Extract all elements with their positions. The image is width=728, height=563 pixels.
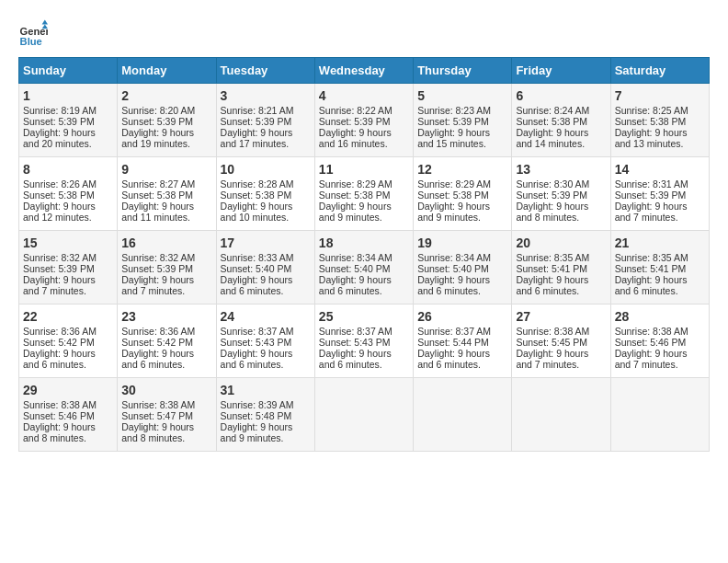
svg-text:Blue: Blue [20,36,42,47]
daylight: Daylight: 9 hours and 6 minutes. [221,348,293,370]
calendar-cell: 2 Sunrise: 8:20 AM Sunset: 5:39 PM Dayli… [118,84,216,157]
sunrise: Sunrise: 8:19 AM [23,105,97,116]
daylight: Daylight: 9 hours and 7 minutes. [121,274,194,296]
daylight: Daylight: 9 hours and 16 minutes. [319,127,392,149]
day-number: 14 [615,162,705,177]
sunset: Sunset: 5:40 PM [319,263,391,274]
sunrise: Sunrise: 8:35 AM [615,252,688,263]
sunset: Sunset: 5:43 PM [221,337,292,348]
daylight: Daylight: 9 hours and 8 minutes. [121,421,194,443]
day-number: 23 [121,309,211,324]
sunset: Sunset: 5:39 PM [516,190,587,201]
day-header: Tuesday [216,58,314,84]
day-header: Thursday [414,58,512,84]
sunrise: Sunrise: 8:38 AM [23,399,97,410]
sunrise: Sunrise: 8:21 AM [221,105,294,116]
daylight: Daylight: 9 hours and 6 minutes. [417,348,490,370]
calendar-header-row: SundayMondayTuesdayWednesdayThursdayFrid… [19,58,710,84]
day-number: 5 [417,88,507,103]
sunrise: Sunrise: 8:32 AM [23,252,97,263]
calendar-cell: 11 Sunrise: 8:29 AM Sunset: 5:38 PM Dayl… [314,157,413,231]
day-number: 4 [319,88,409,103]
calendar-cell: 7 Sunrise: 8:25 AM Sunset: 5:38 PM Dayli… [610,84,709,157]
day-header: Friday [512,58,610,84]
daylight: Daylight: 9 hours and 6 minutes. [417,274,490,296]
sunset: Sunset: 5:38 PM [417,190,489,201]
sunset: Sunset: 5:40 PM [417,263,489,274]
day-number: 12 [417,162,507,177]
daylight: Daylight: 9 hours and 7 minutes. [516,348,588,370]
daylight: Daylight: 9 hours and 6 minutes. [221,274,293,296]
calendar-week-row: 1 Sunrise: 8:19 AM Sunset: 5:39 PM Dayli… [19,84,710,157]
daylight: Daylight: 9 hours and 6 minutes. [516,274,588,296]
daylight: Daylight: 9 hours and 10 minutes. [221,201,293,223]
sunrise: Sunrise: 8:20 AM [121,105,195,116]
logo-icon: General Blue [18,18,48,48]
daylight: Daylight: 9 hours and 14 minutes. [516,127,588,149]
sunset: Sunset: 5:48 PM [221,410,292,421]
sunset: Sunset: 5:42 PM [121,337,193,348]
day-header: Wednesday [314,58,413,84]
daylight: Daylight: 9 hours and 7 minutes. [23,274,96,296]
calendar-week-row: 29 Sunrise: 8:38 AM Sunset: 5:46 PM Dayl… [19,378,710,452]
day-header: Monday [118,58,216,84]
calendar-cell: 16 Sunrise: 8:32 AM Sunset: 5:39 PM Dayl… [118,231,216,304]
calendar-week-row: 22 Sunrise: 8:36 AM Sunset: 5:42 PM Dayl… [19,304,710,378]
sunrise: Sunrise: 8:34 AM [319,252,392,263]
sunrise: Sunrise: 8:38 AM [121,399,195,410]
sunset: Sunset: 5:38 PM [121,190,193,201]
day-number: 20 [516,236,606,250]
day-number: 31 [221,383,311,397]
day-number: 22 [23,309,113,324]
day-number: 1 [23,88,113,103]
daylight: Daylight: 9 hours and 6 minutes. [319,274,392,296]
sunrise: Sunrise: 8:25 AM [615,105,688,116]
daylight: Daylight: 9 hours and 8 minutes. [516,201,588,223]
calendar-cell [610,378,709,452]
svg-marker-2 [42,20,48,25]
sunset: Sunset: 5:40 PM [221,263,292,274]
logo: General Blue [18,18,51,48]
day-number: 27 [516,309,606,324]
sunset: Sunset: 5:38 PM [516,116,587,127]
calendar-cell: 19 Sunrise: 8:34 AM Sunset: 5:40 PM Dayl… [414,231,512,304]
day-header: Saturday [610,58,709,84]
sunrise: Sunrise: 8:27 AM [121,178,195,190]
calendar-cell: 5 Sunrise: 8:23 AM Sunset: 5:39 PM Dayli… [414,84,512,157]
calendar-cell: 15 Sunrise: 8:32 AM Sunset: 5:39 PM Dayl… [19,231,118,304]
day-number: 10 [221,162,311,177]
daylight: Daylight: 9 hours and 6 minutes. [121,348,194,370]
calendar-cell [314,378,413,452]
daylight: Daylight: 9 hours and 8 minutes. [23,421,96,443]
sunset: Sunset: 5:38 PM [221,190,292,201]
sunrise: Sunrise: 8:37 AM [319,326,392,337]
calendar-cell: 28 Sunrise: 8:38 AM Sunset: 5:46 PM Dayl… [610,304,709,378]
day-number: 8 [23,162,113,177]
sunrise: Sunrise: 8:38 AM [516,326,589,337]
calendar-cell: 21 Sunrise: 8:35 AM Sunset: 5:41 PM Dayl… [610,231,709,304]
sunset: Sunset: 5:38 PM [319,190,391,201]
calendar-week-row: 15 Sunrise: 8:32 AM Sunset: 5:39 PM Dayl… [19,231,710,304]
calendar-cell: 25 Sunrise: 8:37 AM Sunset: 5:43 PM Dayl… [314,304,413,378]
day-number: 19 [417,236,507,250]
day-number: 28 [615,309,705,324]
sunset: Sunset: 5:41 PM [615,263,687,274]
sunset: Sunset: 5:39 PM [23,116,95,127]
sunrise: Sunrise: 8:34 AM [417,252,491,263]
calendar-cell: 24 Sunrise: 8:37 AM Sunset: 5:43 PM Dayl… [216,304,314,378]
daylight: Daylight: 9 hours and 6 minutes. [319,348,392,370]
calendar-cell: 14 Sunrise: 8:31 AM Sunset: 5:39 PM Dayl… [610,157,709,231]
calendar-table: SundayMondayTuesdayWednesdayThursdayFrid… [18,57,710,452]
sunset: Sunset: 5:39 PM [417,116,489,127]
day-number: 21 [615,236,705,250]
sunset: Sunset: 5:46 PM [615,337,687,348]
calendar-cell: 12 Sunrise: 8:29 AM Sunset: 5:38 PM Dayl… [414,157,512,231]
sunset: Sunset: 5:38 PM [23,190,95,201]
day-number: 25 [319,309,409,324]
day-number: 16 [121,236,211,250]
calendar-cell: 22 Sunrise: 8:36 AM Sunset: 5:42 PM Dayl… [19,304,118,378]
daylight: Daylight: 9 hours and 7 minutes. [615,201,688,223]
sunset: Sunset: 5:39 PM [121,263,193,274]
day-number: 26 [417,309,507,324]
calendar-cell: 26 Sunrise: 8:37 AM Sunset: 5:44 PM Dayl… [414,304,512,378]
